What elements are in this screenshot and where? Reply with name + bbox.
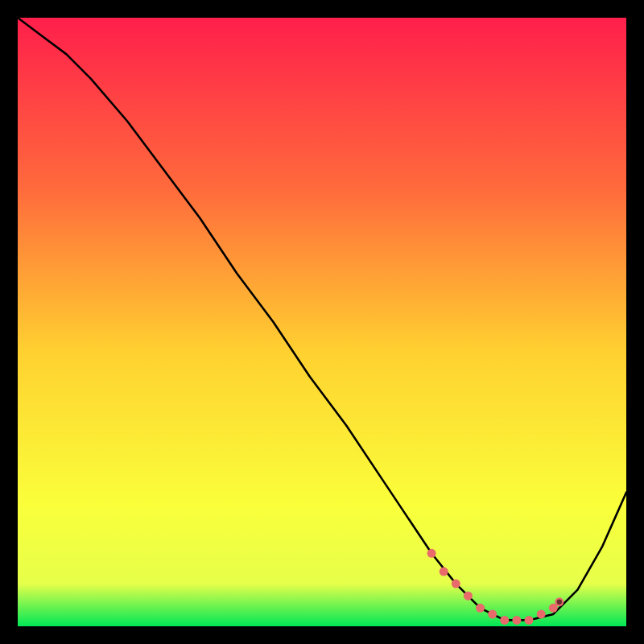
plot-area — [18, 18, 626, 626]
gradient-background — [18, 18, 626, 626]
watermark-text: TheBottleneck.com — [486, 2, 638, 20]
highlight-dot — [452, 580, 460, 588]
border-right — [626, 0, 644, 644]
chart-svg — [18, 18, 626, 626]
chart-frame: TheBottleneck.com — [0, 0, 644, 644]
border-left — [0, 0, 18, 644]
highlight-dot — [512, 616, 521, 625]
highlight-dot — [440, 568, 448, 576]
highlight-dot — [476, 604, 485, 613]
highlight-dot — [500, 616, 509, 625]
highlight-dot — [427, 549, 436, 558]
border-bottom — [0, 626, 644, 644]
highlight-dot — [525, 616, 534, 625]
highlight-end-dot — [557, 600, 562, 605]
highlight-dot — [488, 609, 497, 618]
highlight-dot — [464, 592, 473, 601]
highlight-dot — [537, 609, 546, 618]
